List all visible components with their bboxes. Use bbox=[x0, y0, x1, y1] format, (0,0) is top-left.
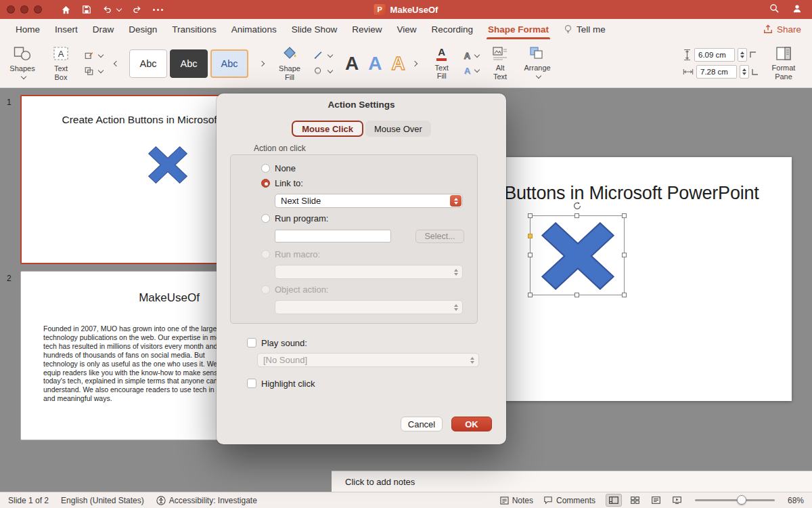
edit-shape-button[interactable] bbox=[84, 51, 103, 60]
dropdown-stepper-icon bbox=[450, 195, 461, 207]
resize-handle-bottom-left[interactable] bbox=[528, 293, 533, 297]
tab-view[interactable]: View bbox=[389, 19, 424, 39]
language-indicator[interactable]: English (United States) bbox=[61, 496, 144, 505]
highlight-click-checkbox[interactable] bbox=[247, 379, 256, 388]
play-sound-checkbox[interactable] bbox=[247, 338, 256, 347]
run-program-radio[interactable] bbox=[261, 214, 270, 223]
slide-sorter-icon bbox=[631, 496, 639, 504]
more-toolbar-commands-button[interactable] bbox=[153, 9, 163, 11]
text-fill-button[interactable]: A Text Fill bbox=[428, 47, 455, 81]
tab-insert[interactable]: Insert bbox=[47, 19, 85, 39]
size-mini-button-bottom[interactable] bbox=[752, 68, 759, 75]
tab-design[interactable]: Design bbox=[121, 19, 164, 39]
shape-style-option-3-selected[interactable]: Abc bbox=[210, 49, 248, 78]
zoom-slider-knob[interactable] bbox=[737, 495, 746, 505]
adjust-handle[interactable] bbox=[528, 234, 533, 238]
tab-review[interactable]: Review bbox=[344, 19, 389, 39]
tab-home[interactable]: Home bbox=[8, 19, 47, 39]
shapes-button[interactable]: Shapes bbox=[7, 45, 38, 81]
tab-shape-format[interactable]: Shape Format bbox=[480, 19, 556, 39]
notes-toggle-button[interactable]: Notes bbox=[500, 496, 533, 505]
shape-outline-button[interactable] bbox=[313, 51, 332, 60]
arrange-button[interactable]: Arrange bbox=[521, 46, 554, 81]
resize-handle-bottom-middle[interactable] bbox=[574, 293, 579, 297]
wordart-gallery-next[interactable] bbox=[411, 49, 420, 78]
link-to-radio[interactable] bbox=[261, 179, 270, 188]
zoom-button[interactable] bbox=[34, 5, 42, 14]
shape-height-field[interactable] bbox=[694, 48, 735, 62]
text-outline-button[interactable]: A bbox=[464, 51, 479, 60]
select-program-button[interactable]: Select... bbox=[415, 230, 464, 243]
notes-pane[interactable]: Click to add notes bbox=[332, 471, 812, 492]
undo-dropdown-icon[interactable] bbox=[116, 5, 122, 11]
slide-sorter-view-button[interactable] bbox=[627, 494, 643, 507]
text-effects-button[interactable]: A bbox=[464, 66, 479, 75]
size-mini-button-top[interactable] bbox=[750, 51, 757, 58]
notes-icon bbox=[500, 496, 509, 505]
home-button[interactable] bbox=[61, 5, 71, 15]
shape-fill-button[interactable]: Shape Fill bbox=[275, 45, 304, 81]
resize-handle-bottom-right[interactable] bbox=[622, 293, 627, 297]
arrange-label: Arrange bbox=[524, 64, 551, 72]
comments-toggle-button[interactable]: Comments bbox=[543, 496, 595, 505]
resize-handle-top-left[interactable] bbox=[528, 213, 533, 218]
wordart-style-2[interactable]: A bbox=[364, 53, 386, 75]
tab-tell-me[interactable]: Tell me bbox=[556, 19, 613, 39]
run-program-path-field[interactable] bbox=[275, 230, 391, 242]
ok-button[interactable]: OK bbox=[451, 417, 492, 431]
normal-view-button[interactable] bbox=[606, 494, 622, 507]
shape-width-stepper[interactable] bbox=[740, 65, 749, 79]
undo-button[interactable] bbox=[102, 5, 121, 14]
shape-width-field[interactable] bbox=[696, 65, 737, 79]
tab-draw[interactable]: Draw bbox=[85, 19, 122, 39]
tab-slide-show[interactable]: Slide Show bbox=[284, 19, 345, 39]
minimize-button[interactable] bbox=[20, 5, 28, 14]
cancel-button[interactable]: Cancel bbox=[401, 417, 443, 431]
resize-handle-top-right[interactable] bbox=[622, 213, 627, 218]
shape-style-option-1[interactable]: Abc bbox=[129, 49, 167, 78]
link-to-radio-row[interactable]: Link to: bbox=[261, 177, 303, 189]
format-pane-button[interactable]: Format Pane bbox=[767, 46, 800, 81]
slide-counter[interactable]: Slide 1 of 2 bbox=[8, 496, 49, 505]
link-to-dropdown[interactable]: Next Slide bbox=[275, 194, 463, 208]
x-shape[interactable] bbox=[541, 222, 614, 290]
account-button[interactable] bbox=[792, 3, 803, 16]
shape-style-option-2[interactable]: Abc bbox=[170, 49, 208, 78]
redo-button[interactable] bbox=[132, 5, 142, 14]
reading-view-button[interactable] bbox=[648, 494, 664, 507]
none-radio[interactable] bbox=[261, 164, 270, 173]
save-button[interactable] bbox=[82, 5, 91, 14]
text-outline-icon: A bbox=[464, 51, 470, 60]
shape-styles-gallery-next[interactable] bbox=[257, 49, 266, 78]
wordart-style-1[interactable]: A bbox=[341, 53, 363, 75]
shape-height-stepper[interactable] bbox=[738, 48, 747, 62]
alt-text-button[interactable]: Alt Text bbox=[488, 46, 512, 81]
slide-show-button[interactable] bbox=[669, 494, 685, 507]
text-box-button[interactable]: A Text Box bbox=[47, 45, 75, 81]
highlight-click-checkbox-row[interactable]: Highlight click bbox=[247, 377, 315, 389]
tab-recording[interactable]: Recording bbox=[424, 19, 481, 39]
shape-styles-gallery-prev[interactable] bbox=[112, 49, 120, 78]
search-button[interactable] bbox=[769, 3, 780, 16]
close-button[interactable] bbox=[7, 5, 15, 14]
mouse-over-tab[interactable]: Mouse Over bbox=[365, 121, 431, 137]
resize-handle-middle-left[interactable] bbox=[528, 253, 533, 257]
play-sound-checkbox-row[interactable]: Play sound: bbox=[247, 337, 307, 349]
shape-effects-button[interactable] bbox=[313, 66, 332, 76]
rotate-handle[interactable] bbox=[572, 201, 582, 211]
tab-animations[interactable]: Animations bbox=[224, 19, 284, 39]
run-program-radio-row[interactable]: Run program: bbox=[261, 212, 328, 224]
mouse-click-tab[interactable]: Mouse Click bbox=[292, 121, 363, 137]
none-radio-row[interactable]: None bbox=[261, 162, 296, 174]
zoom-percent[interactable]: 68% bbox=[785, 496, 804, 505]
accessibility-status[interactable]: Accessibility: Investigate bbox=[156, 496, 257, 505]
resize-handle-top-middle[interactable] bbox=[574, 213, 579, 218]
merge-shapes-button[interactable] bbox=[84, 66, 103, 76]
action-settings-dialog: Action Settings Mouse Click Mouse Over A… bbox=[217, 93, 506, 444]
tab-transitions[interactable]: Transitions bbox=[164, 19, 224, 39]
zoom-slider[interactable] bbox=[695, 499, 775, 501]
resize-handle-middle-right[interactable] bbox=[622, 253, 627, 257]
wordart-style-3[interactable]: A bbox=[387, 53, 409, 75]
shape-selection-box[interactable] bbox=[530, 215, 625, 295]
share-button[interactable]: Share bbox=[763, 19, 801, 39]
